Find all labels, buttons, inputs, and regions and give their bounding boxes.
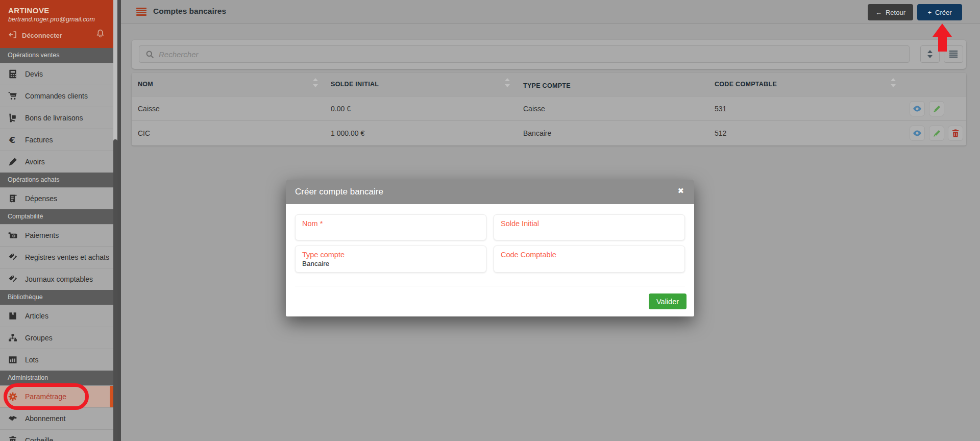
table-header-row: NOM SOLDE INITIAL TYPE COMPTE CODE COMPT… (132, 73, 966, 96)
sidebar-item-label: Registres ventes et achats (25, 253, 109, 261)
cart-icon (7, 90, 18, 102)
sidebar-item-articles[interactable]: Articles (0, 305, 113, 327)
valider-button[interactable]: Valider (649, 293, 687, 309)
sidebar-item-label: Paiements (25, 231, 59, 239)
search-box (139, 45, 910, 63)
sidebar-item-commandes-clients[interactable]: Commandes clients (0, 85, 113, 107)
modal-title: Créer compte bancaire (295, 187, 383, 197)
sidebar-item-label: Devis (25, 70, 43, 78)
euro-icon: € (7, 134, 18, 145)
sidebar-item-corbeille[interactable]: Corbeille (0, 429, 113, 441)
svg-text:€: € (9, 135, 15, 145)
plus-icon: + (927, 9, 932, 16)
logout-icon (8, 30, 17, 41)
sidebar-item-abonnement[interactable]: Abonnement (0, 407, 113, 429)
back-arrow-icon: ← (875, 9, 882, 16)
chart-box-icon (7, 354, 18, 365)
topbar: Comptes bancaires ← Retour + Créer (121, 0, 980, 24)
sidebar-item-label: Journaux comptables (25, 275, 93, 283)
view-button[interactable] (910, 101, 925, 116)
creer-button[interactable]: + Créer (917, 4, 962, 20)
payment-icon (7, 230, 18, 241)
sidebar-item-paiements[interactable]: Paiements (0, 224, 113, 246)
cell-solde-initial: 0.00 € (331, 105, 351, 113)
logout-button[interactable]: Déconnecter (8, 30, 105, 41)
sidebar: ARTINOVE bertrand.roger.pro@gmail.com Dé… (0, 0, 113, 441)
sidebar-item-label: Articles (25, 312, 48, 320)
eye-icon (912, 104, 922, 114)
sidebar-item-label: Commandes clients (25, 92, 88, 100)
sidebar-item-avoirs[interactable]: Avoirs (0, 151, 113, 173)
sidebar-item-bons-de-livraisons[interactable]: Bons de livraisons (0, 107, 113, 129)
view-button[interactable] (910, 126, 925, 141)
sidebar-item-label: Bons de livraisons (25, 114, 83, 122)
sidebar-section-bibliotheque: Bibliothèque (0, 290, 113, 305)
cell-nom: Caisse (138, 105, 160, 113)
accounts-table: NOM SOLDE INITIAL TYPE COMPTE CODE COMPT… (132, 73, 966, 145)
field-label: Code Comptable (501, 251, 678, 259)
field-label: Solde Initial (501, 219, 678, 228)
sidebar-item-parametrage[interactable]: Paramétrage (0, 385, 113, 407)
delete-button[interactable] (948, 126, 963, 141)
sidebar-section-comptabilite: Comptabilité (0, 209, 113, 224)
brand-name: ARTINOVE (8, 6, 105, 15)
trash-icon (7, 435, 18, 441)
sidebar-item-groupes[interactable]: Groupes (0, 327, 113, 349)
sidebar-item-label: Dépenses (25, 194, 57, 203)
app-root: ARTINOVE bertrand.roger.pro@gmail.com Dé… (0, 0, 980, 441)
sidebar-section-administration: Administration (0, 371, 113, 385)
type-compte-field[interactable]: Type compte Bancaire (295, 246, 486, 273)
sidebar-item-registres-ventes-achats[interactable]: Registres ventes et achats (0, 246, 113, 268)
modal-body: Nom * Solde Initial Type compte Bancaire… (286, 204, 694, 286)
column-header-nom[interactable]: NOM (138, 81, 153, 88)
code-comptable-field[interactable]: Code Comptable (494, 246, 685, 273)
create-account-modal: Créer compte bancaire ✖ Nom * Solde Init… (286, 180, 694, 316)
tags-icon (7, 252, 18, 263)
eye-icon (912, 128, 922, 138)
table-row: Caisse 0.00 € Caisse 531 (132, 96, 966, 120)
table-row: CIC 1 000.00 € Bancaire 512 (132, 120, 966, 145)
sidebar-item-journaux-comptables[interactable]: Journaux comptables (0, 268, 113, 290)
tags-icon (7, 274, 18, 285)
column-header-code-comptable[interactable]: CODE COMPTABLE (715, 81, 777, 88)
sidebar-header: ARTINOVE bertrand.roger.pro@gmail.com Dé… (0, 0, 113, 48)
sidebar-item-lots[interactable]: Lots (0, 349, 113, 371)
hamburger-menu-icon[interactable] (136, 8, 146, 16)
search-card (132, 40, 966, 69)
pencil-icon (932, 104, 942, 114)
sidebar-section-operations-ventes: Opérations ventes (0, 48, 113, 63)
sidebar-item-label: Avoirs (25, 158, 45, 166)
sort-arrows-icon (926, 50, 934, 59)
box-icon (7, 310, 18, 322)
user-email: bertrand.roger.pro@gmail.com (8, 16, 105, 23)
field-value: Bancaire (302, 260, 479, 267)
receipt-icon (7, 193, 18, 204)
nom-field[interactable]: Nom * (295, 214, 486, 240)
sidebar-item-factures[interactable]: € Factures (0, 129, 113, 151)
cell-code-comptable: 512 (715, 129, 726, 137)
pencil-icon (932, 129, 942, 138)
sidebar-item-devis[interactable]: Devis (0, 63, 113, 85)
sidebar-section-operations-achats: Opérations achats (0, 173, 113, 187)
solde-initial-field[interactable]: Solde Initial (494, 214, 685, 240)
calculator-icon (7, 68, 18, 80)
sort-icon[interactable] (505, 78, 510, 90)
sidebar-item-label: Corbeille (25, 436, 53, 441)
edit-button[interactable] (929, 126, 944, 141)
list-view-button[interactable] (944, 45, 963, 63)
column-header-solde-initial[interactable]: SOLDE INITIAL (331, 81, 379, 88)
bell-icon[interactable] (95, 29, 105, 40)
pen-icon (7, 156, 18, 167)
cell-type-compte: Caisse (523, 105, 545, 113)
edit-button[interactable] (929, 101, 944, 116)
sidebar-scrollbar-thumb[interactable] (113, 139, 117, 441)
close-icon[interactable]: ✖ (677, 186, 684, 195)
cell-nom: CIC (138, 129, 150, 137)
sidebar-item-depenses[interactable]: Dépenses (0, 187, 113, 209)
sort-icon[interactable] (313, 78, 318, 90)
search-input[interactable] (159, 46, 904, 62)
retour-button[interactable]: ← Retour (868, 4, 913, 20)
sort-toggle-button[interactable] (920, 45, 940, 63)
sort-icon[interactable] (891, 78, 896, 90)
column-header-type-compte[interactable]: TYPE COMPTE (523, 82, 571, 89)
